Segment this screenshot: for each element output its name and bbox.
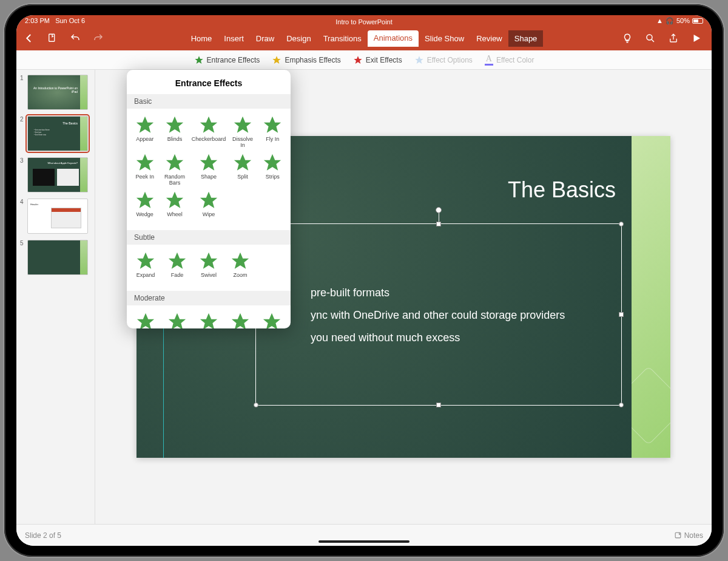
- slide-title[interactable]: The Basics: [508, 177, 616, 203]
- effect-dissolve-in[interactable]: Dissolve In: [228, 114, 257, 150]
- star-icon: [164, 115, 185, 135]
- tab-transitions[interactable]: Transitions: [317, 30, 368, 47]
- star-icon: [198, 115, 219, 135]
- effect-shape[interactable]: Shape: [190, 151, 228, 188]
- effect-expand[interactable]: Expand: [130, 250, 161, 285]
- resize-handle[interactable]: [619, 312, 624, 317]
- notes-label: Notes: [684, 531, 703, 540]
- effect-item[interactable]: [130, 310, 161, 328]
- slide-canvas[interactable]: The Basics pre-built formats ync wi: [95, 70, 712, 524]
- effect-item[interactable]: [225, 310, 255, 328]
- tab-home[interactable]: Home: [185, 30, 218, 47]
- effect-color-button[interactable]: A Effect Color: [485, 54, 534, 66]
- effect-wedge[interactable]: Wedge: [130, 189, 159, 224]
- star-icon: [232, 115, 253, 135]
- svg-marker-24: [137, 313, 154, 328]
- slide-thumbnail[interactable]: Header: [27, 199, 88, 234]
- ipad-device-frame: 2:03 PM Sun Oct 6 ▲ 🎧 50% Intro to Power…: [4, 4, 724, 557]
- selected-text-box[interactable]: pre-built formats ync with OneDrive and …: [255, 223, 622, 406]
- tab-design[interactable]: Design: [280, 30, 317, 47]
- tab-insert[interactable]: Insert: [218, 30, 250, 47]
- svg-marker-27: [232, 313, 249, 328]
- status-date: Sun Oct 6: [55, 17, 85, 24]
- effect-fly-in[interactable]: Fly In: [258, 114, 287, 150]
- tab-review[interactable]: Review: [470, 30, 508, 47]
- effect-label: Random Bars: [161, 174, 187, 186]
- emphasis-effects-label: Emphasis Effects: [285, 56, 340, 64]
- svg-marker-15: [234, 154, 251, 171]
- notes-button[interactable]: Notes: [674, 531, 703, 540]
- wifi-icon: ▲: [656, 17, 663, 24]
- effect-label: Wipe: [192, 212, 226, 223]
- star-icon: [135, 115, 155, 135]
- effect-blinds[interactable]: Blinds: [160, 114, 189, 150]
- resize-handle[interactable]: [619, 222, 624, 226]
- text-color-icon: A: [485, 54, 493, 66]
- effect-strips[interactable]: Strips: [258, 151, 287, 188]
- rotate-handle[interactable]: [436, 207, 442, 213]
- effect-random-bars[interactable]: Random Bars: [160, 151, 189, 188]
- effect-label: Expand: [132, 273, 160, 284]
- star-icon: [272, 55, 281, 65]
- effect-label: Blinds: [161, 137, 187, 148]
- resize-handle[interactable]: [436, 403, 441, 407]
- slide-thumbnail-panel[interactable]: 1 An Introduction to PowerPoint on iPad …: [16, 70, 95, 524]
- popover-section-header: Moderate: [127, 291, 291, 305]
- headphones-icon: 🎧: [666, 17, 674, 25]
- thumb-number: 1: [20, 75, 25, 110]
- popover-grid-basic: AppearBlindsCheckerboardDissolve InFly I…: [127, 109, 291, 230]
- effect-item[interactable]: [194, 310, 224, 328]
- tab-animations[interactable]: Animations: [368, 30, 419, 47]
- effect-label: Dissolve In: [229, 137, 255, 149]
- svg-marker-6: [415, 56, 423, 64]
- resize-handle[interactable]: [619, 403, 624, 407]
- svg-marker-9: [200, 117, 217, 133]
- status-time: 2:03 PM: [25, 17, 50, 24]
- entrance-effects-button[interactable]: Entrance Effects: [194, 55, 260, 65]
- tab-shape[interactable]: Shape: [508, 30, 544, 47]
- entrance-effects-label: Entrance Effects: [207, 56, 260, 64]
- svg-marker-17: [136, 191, 153, 208]
- popover-title: Entrance Effects: [127, 70, 291, 94]
- resize-handle[interactable]: [436, 222, 441, 226]
- emphasis-effects-button[interactable]: Emphasis Effects: [272, 55, 340, 65]
- effect-label: Wheel: [161, 212, 187, 223]
- star-icon: [262, 152, 283, 173]
- effect-item[interactable]: [257, 310, 287, 328]
- effect-options-button[interactable]: Effect Options: [414, 55, 473, 65]
- svg-marker-22: [200, 252, 217, 268]
- star-icon: [198, 190, 219, 211]
- effect-label: Strips: [260, 174, 286, 185]
- star-icon: [164, 152, 185, 173]
- star-icon: [230, 251, 251, 271]
- bullet-text: you need without much excess: [311, 330, 460, 346]
- svg-marker-3: [195, 56, 203, 64]
- effect-swivel[interactable]: Swivel: [194, 250, 224, 285]
- popover-section-header: Subtle: [127, 230, 291, 245]
- effect-appear[interactable]: Appear: [130, 114, 159, 150]
- exit-effects-button[interactable]: Exit Effects: [353, 55, 402, 65]
- svg-rect-29: [675, 532, 681, 538]
- effect-checkerboard[interactable]: Checkerboard: [190, 114, 228, 150]
- effect-fade[interactable]: Fade: [162, 250, 192, 285]
- resize-handle[interactable]: [254, 403, 258, 407]
- animations-sub-ribbon: Entrance Effects Emphasis Effects Exit E…: [16, 50, 712, 70]
- tab-slideshow[interactable]: Slide Show: [419, 30, 470, 47]
- slide-thumbnail[interactable]: What about Apple Keynote?: [27, 157, 88, 192]
- effect-split[interactable]: Split: [228, 151, 257, 188]
- slide-thumbnail[interactable]: The Basics• line one two three• line two…: [27, 116, 88, 151]
- effect-item[interactable]: [162, 310, 192, 328]
- svg-marker-8: [166, 117, 183, 133]
- effect-zoom[interactable]: Zoom: [225, 250, 255, 285]
- home-indicator[interactable]: [318, 540, 410, 543]
- effect-label: Fade: [163, 273, 191, 284]
- tab-draw[interactable]: Draw: [250, 30, 280, 47]
- svg-marker-26: [200, 313, 217, 328]
- star-icon: [262, 115, 283, 135]
- effect-peek-in[interactable]: Peek In: [130, 151, 159, 188]
- effect-wipe[interactable]: Wipe: [190, 189, 228, 224]
- slide-thumbnail[interactable]: An Introduction to PowerPoint on iPad: [27, 75, 88, 110]
- svg-marker-10: [234, 117, 251, 133]
- slide-thumbnail[interactable]: [27, 240, 88, 275]
- effect-wheel[interactable]: Wheel: [160, 189, 189, 224]
